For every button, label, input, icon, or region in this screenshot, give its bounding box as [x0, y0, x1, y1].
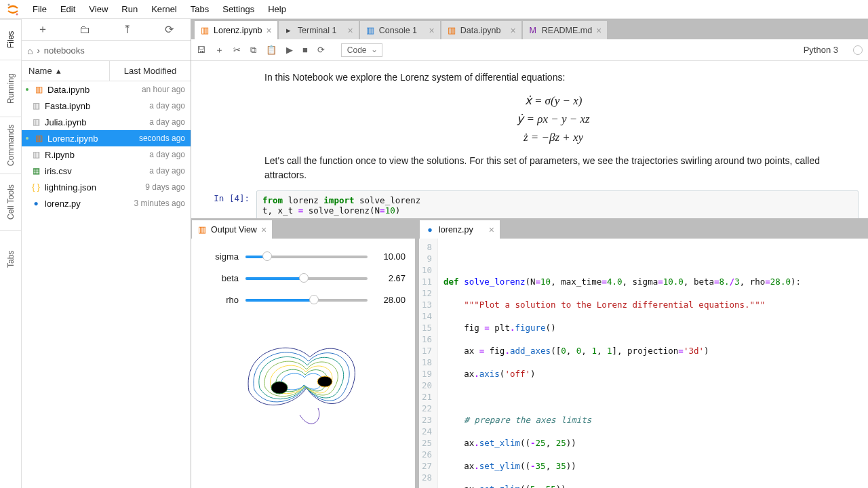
- markdown-cell[interactable]: In this Notebook we explore the Lorenz s…: [264, 70, 842, 182]
- close-icon[interactable]: ×: [348, 25, 353, 36]
- restart-icon[interactable]: ⟳: [317, 45, 325, 55]
- close-icon[interactable]: ×: [596, 25, 601, 36]
- tab-lorenz-py[interactable]: ● lorenz.py ×: [419, 220, 500, 239]
- slider-track[interactable]: [245, 249, 368, 263]
- file-row[interactable]: ▦iris.csva day ago: [22, 163, 191, 179]
- file-name: iris.csv: [45, 166, 149, 176]
- menu-run[interactable]: Run: [115, 1, 144, 17]
- tab-icon: ▥: [366, 25, 375, 35]
- menu-kernel[interactable]: Kernel: [144, 1, 184, 17]
- close-icon[interactable]: ×: [489, 224, 494, 235]
- menu-settings[interactable]: Settings: [216, 1, 261, 17]
- file-row[interactable]: ●lorenz.py3 minutes ago: [22, 195, 191, 211]
- slider-value: 10.00: [368, 251, 406, 262]
- tab-data-ipynb[interactable]: ▥Data.ipynb×: [441, 20, 522, 39]
- insert-cell-icon[interactable]: ＋: [215, 44, 224, 56]
- file-list: ▥Data.ipynban hour ago▥Fasta.ipynba day …: [22, 81, 191, 488]
- stop-icon[interactable]: ■: [302, 45, 308, 55]
- file-row[interactable]: ▥Lorenz.ipynbseconds ago: [22, 130, 191, 146]
- close-icon[interactable]: ×: [511, 25, 516, 36]
- new-launcher-icon[interactable]: ＋: [31, 22, 55, 37]
- file-type-icon: ▥: [33, 134, 45, 143]
- tab-readme-md[interactable]: MREADME.md×: [522, 20, 608, 39]
- file-type-icon: ▥: [30, 117, 42, 127]
- svg-point-2: [271, 382, 288, 394]
- file-name: R.ipynb: [45, 150, 149, 160]
- file-name: lorenz.py: [45, 199, 134, 209]
- tab-icon: ▥: [200, 25, 210, 35]
- menu-view[interactable]: View: [82, 1, 115, 17]
- breadcrumb[interactable]: ⌂ › notebooks: [22, 41, 191, 61]
- slider-track[interactable]: [245, 271, 368, 285]
- slider-beta[interactable]: beta2.67: [191, 267, 415, 289]
- refresh-icon[interactable]: ⟳: [157, 23, 182, 36]
- slider-thumb[interactable]: [299, 273, 309, 283]
- menu-edit[interactable]: Edit: [54, 1, 82, 17]
- new-folder-icon[interactable]: 🗀: [73, 24, 97, 36]
- menu-file[interactable]: File: [26, 1, 54, 17]
- left-icon-bar: FilesRunningCommandsCell ToolsTabs: [0, 19, 22, 488]
- file-type-icon: ▦: [30, 166, 42, 176]
- tab-console-1[interactable]: ▥Console 1×: [359, 20, 441, 39]
- slider-sigma[interactable]: sigma10.00: [191, 245, 415, 267]
- file-list-header[interactable]: Name▴ Last Modified: [22, 61, 191, 81]
- file-row[interactable]: ▥Fasta.ipynba day ago: [22, 98, 191, 114]
- file-name: Fasta.ipynb: [45, 101, 149, 111]
- home-icon[interactable]: ⌂: [27, 45, 33, 56]
- svg-point-0: [8, 3, 10, 5]
- slider-thumb[interactable]: [262, 251, 272, 261]
- file-row[interactable]: ▥Data.ipynban hour ago: [22, 81, 191, 98]
- tab-icon: ▥: [447, 25, 456, 35]
- file-modified: a day ago: [149, 150, 185, 159]
- tab-output-view[interactable]: ▥ Output View ×: [191, 220, 273, 239]
- slider-rho[interactable]: rho28.00: [191, 289, 415, 310]
- save-icon[interactable]: 🖫: [197, 45, 205, 55]
- output-view-pane: ▥ Output View × sigma10.00beta2.67rho28.…: [191, 218, 415, 488]
- close-icon[interactable]: ×: [267, 25, 272, 36]
- copy-icon[interactable]: ⧉: [250, 45, 256, 56]
- file-name: lightning.json: [45, 182, 145, 192]
- cut-icon[interactable]: ✂: [233, 45, 241, 55]
- sidebar-tab-cell-tools[interactable]: Cell Tools: [0, 174, 21, 230]
- tab-terminal-1[interactable]: ▸Terminal 1×: [278, 20, 359, 39]
- breadcrumb-folder[interactable]: notebooks: [44, 45, 85, 56]
- file-type-icon: ▥: [30, 150, 42, 159]
- close-icon[interactable]: ×: [261, 224, 267, 235]
- run-icon[interactable]: ▶: [286, 45, 293, 55]
- file-browser-panel: ＋ 🗀 ⤒ ⟳ ⌂ › notebooks Name▴ Last Modifie…: [22, 19, 191, 488]
- slider-thumb[interactable]: [309, 295, 319, 304]
- code-content[interactable]: def solve_lorenz(N=10, max_time=4.0, sig…: [438, 239, 821, 488]
- code-input[interactable]: from lorenz import solve_lorenz t, x_t =…: [256, 190, 859, 218]
- close-icon[interactable]: ×: [429, 25, 435, 36]
- editor-pane: ● lorenz.py × 89101112131415161718192021…: [419, 218, 868, 488]
- notebook-body[interactable]: In this Notebook we explore the Lorenz s…: [191, 61, 868, 218]
- file-modified: a day ago: [149, 101, 185, 110]
- text-editor[interactable]: 8910111213141516171819202122232425262728…: [419, 239, 868, 488]
- file-modified: 9 days ago: [145, 182, 185, 192]
- cell-type-select[interactable]: Code: [341, 43, 382, 57]
- slider-track[interactable]: [245, 293, 368, 306]
- file-name: Julia.ipynb: [45, 117, 149, 127]
- menu-help[interactable]: Help: [261, 1, 293, 17]
- sidebar-tab-running[interactable]: Running: [0, 60, 21, 117]
- sidebar-tab-commands[interactable]: Commands: [0, 117, 21, 174]
- upload-icon[interactable]: ⤒: [115, 23, 140, 36]
- notebook-toolbar: 🖫 ＋ ✂ ⧉ 📋 ▶ ■ ⟳ Code Python 3: [191, 39, 868, 61]
- tab-icon: ▸: [284, 25, 294, 35]
- file-row[interactable]: ▥Julia.ipynba day ago: [22, 114, 191, 130]
- equations: ẋ = σ(y − x) ẏ = ρx − y − xz ż = −βz + x…: [264, 92, 842, 147]
- menu-tabs[interactable]: Tabs: [184, 1, 216, 17]
- paste-icon[interactable]: 📋: [266, 45, 277, 55]
- file-row[interactable]: ▥R.ipynba day ago: [22, 146, 191, 163]
- slider-value: 28.00: [368, 295, 406, 305]
- file-row[interactable]: { }lightning.json9 days ago: [22, 179, 191, 195]
- code-cell[interactable]: In [4]: from lorenz import solve_lorenz …: [201, 190, 859, 218]
- tab-lorenz-ipynb[interactable]: ▥Lorenz.ipynb×: [194, 20, 278, 39]
- sidebar-tab-files[interactable]: Files: [0, 19, 21, 60]
- file-name: Lorenz.ipynb: [47, 134, 139, 144]
- file-modified: a day ago: [149, 166, 185, 176]
- lorenz-plot: [191, 310, 415, 445]
- sidebar-tab-tabs[interactable]: Tabs: [0, 230, 21, 287]
- file-browser-toolbar: ＋ 🗀 ⤒ ⟳: [22, 19, 191, 41]
- kernel-name[interactable]: Python 3: [804, 45, 838, 55]
